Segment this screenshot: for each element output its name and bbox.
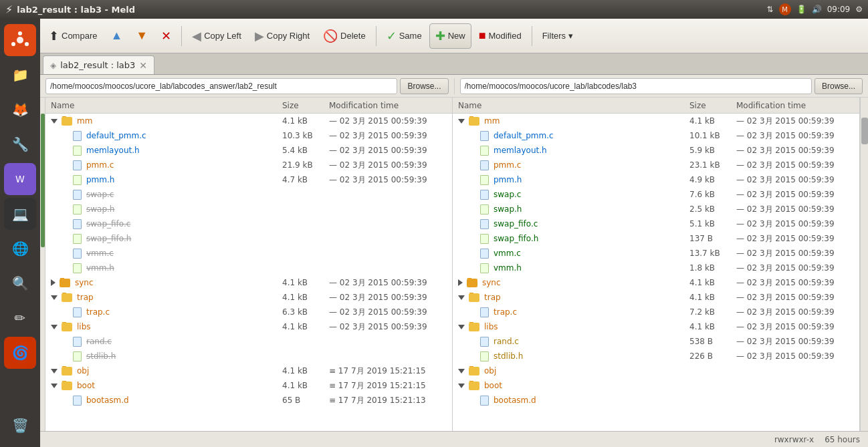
list-item[interactable]: vmm.h: [45, 261, 452, 275]
left-path-input[interactable]: [45, 78, 397, 94]
list-item[interactable]: vmm.c 13.7 kB — 02 3月 2015 00:59:39: [453, 246, 859, 261]
collapse-icon[interactable]: [458, 119, 465, 124]
collapse-icon[interactable]: [51, 325, 58, 329]
file-name-text: boot: [77, 381, 95, 390]
list-item[interactable]: mm 4.1 kB — 02 3月 2015 00:59:39: [45, 114, 452, 128]
collapse-icon[interactable]: [458, 325, 465, 329]
down-button[interactable]: ▼: [130, 23, 154, 49]
file-mtime: — 02 3月 2015 00:59:39: [329, 277, 449, 289]
new-button[interactable]: ✚ New: [429, 23, 471, 49]
right-browse-button[interactable]: Browse...: [815, 78, 863, 94]
list-item[interactable]: swap.c: [45, 187, 452, 202]
list-item[interactable]: bootasm.d: [453, 393, 859, 408]
list-item[interactable]: obj 4.1 kB ≡ 17 7月 2019 15:21:15: [45, 363, 452, 378]
sidebar-files-icon[interactable]: 📁: [4, 59, 36, 91]
right-scroll-thumb[interactable]: [861, 118, 868, 144]
left-file-list[interactable]: mm 4.1 kB — 02 3月 2015 00:59:39 default_…: [45, 114, 452, 431]
list-item[interactable]: trap.c 6.3 kB — 02 3月 2015 00:59:39: [45, 305, 452, 319]
collapse-icon[interactable]: [51, 384, 58, 388]
list-item[interactable]: swap_fifo.h: [45, 231, 452, 246]
collapse-icon[interactable]: [51, 119, 58, 124]
settings-icon: ⚙: [855, 5, 863, 14]
sidebar-search-icon[interactable]: 🔍: [4, 267, 36, 299]
permissions: rwxrwxr-x: [774, 435, 814, 444]
list-item[interactable]: pmm.h 4.9 kB — 02 3月 2015 00:59:39: [453, 172, 859, 187]
list-item[interactable]: swap.h: [45, 202, 452, 216]
copy-left-button[interactable]: ◀ Copy Left: [186, 23, 247, 49]
file-name: obj: [455, 366, 689, 376]
file-size: 137 B: [689, 234, 736, 243]
copy-right-button[interactable]: ▶ Copy Right: [249, 23, 316, 49]
list-item[interactable]: libs 4.1 kB — 02 3月 2015 00:59:39: [453, 319, 859, 334]
file-name-text: swap.h: [86, 204, 114, 214]
list-item[interactable]: boot 4.1 kB ≡ 17 7月 2019 15:21:15: [45, 378, 452, 393]
modified-button[interactable]: ■ Modified: [473, 23, 528, 49]
list-item[interactable]: swap.h 2.5 kB — 02 3月 2015 00:59:39: [453, 202, 859, 216]
content-area: ⬆ Compare ▲ ▼ ✕ ◀ Copy Left ▶ Copy Right: [40, 19, 868, 447]
sidebar-firefox-icon[interactable]: 🦊: [4, 94, 36, 126]
list-item[interactable]: vmm.h 1.8 kB — 02 3月 2015 00:59:39: [453, 261, 859, 275]
tab-close-button[interactable]: ✕: [139, 60, 147, 71]
collapse-icon[interactable]: [51, 295, 58, 300]
left-scroll-indicator: [41, 114, 45, 247]
sidebar-settings-icon[interactable]: 🔧: [4, 128, 36, 160]
list-item[interactable]: mm 4.1 kB — 02 3月 2015 00:59:39: [453, 114, 859, 128]
list-item[interactable]: pmm.h 4.7 kB — 02 3月 2015 00:59:39: [45, 172, 452, 187]
right-file-list[interactable]: mm 4.1 kB — 02 3月 2015 00:59:39 default_…: [453, 114, 859, 431]
delete-button[interactable]: 🚫 Delete: [317, 23, 372, 49]
list-item[interactable]: trap 4.1 kB — 02 3月 2015 00:59:39: [45, 290, 452, 305]
sidebar-ubuntu-icon[interactable]: [4, 24, 36, 56]
tab-lab2-lab3[interactable]: ◈ lab2_result : lab3 ✕: [43, 55, 154, 74]
list-item[interactable]: swap_fifo.c 5.1 kB — 02 3月 2015 00:59:39: [453, 216, 859, 231]
list-item[interactable]: swap_fifo.c: [45, 216, 452, 231]
list-item[interactable]: trap.c 7.2 kB — 02 3月 2015 00:59:39: [453, 305, 859, 319]
sidebar-pencil-icon[interactable]: ✏️: [4, 302, 36, 334]
list-item[interactable]: pmm.c 23.1 kB — 02 3月 2015 00:59:39: [453, 158, 859, 172]
file-name: memlayout.h: [455, 146, 689, 156]
filters-button[interactable]: Filters ▾: [536, 23, 579, 49]
left-browse-button[interactable]: Browse...: [400, 78, 448, 94]
file-name-text: libs: [484, 322, 498, 331]
list-item[interactable]: memlayout.h 5.4 kB — 02 3月 2015 00:59:39: [45, 143, 452, 158]
sidebar-workspace-icon[interactable]: W: [4, 163, 36, 195]
list-item[interactable]: default_pmm.c 10.3 kB — 02 3月 2015 00:59…: [45, 128, 452, 143]
compare-button[interactable]: ⬆ Compare: [43, 23, 103, 49]
list-item[interactable]: boot: [453, 378, 859, 393]
list-item[interactable]: bootasm.d 65 B ≡ 17 7月 2019 15:21:13: [45, 393, 452, 408]
sidebar-terminal-icon[interactable]: 💻: [4, 198, 36, 230]
list-item[interactable]: pmm.c 21.9 kB — 02 3月 2015 00:59:39: [45, 158, 452, 172]
list-item[interactable]: libs 4.1 kB — 02 3月 2015 00:59:39: [45, 319, 452, 334]
up-button[interactable]: ▲: [104, 23, 128, 49]
list-item[interactable]: sync 4.1 kB — 02 3月 2015 00:59:39: [45, 275, 452, 290]
list-item[interactable]: rand.c 538 B — 02 3月 2015 00:59:39: [453, 334, 859, 349]
file-name: boot: [48, 381, 282, 390]
same-button[interactable]: ✓ Same: [381, 23, 428, 49]
collapse-icon[interactable]: [51, 369, 58, 374]
file-name-text: swap.c: [494, 190, 521, 199]
file-name: trap.c: [48, 307, 282, 317]
list-item[interactable]: default_pmm.c 10.1 kB — 02 3月 2015 00:59…: [453, 128, 859, 143]
collapse-icon[interactable]: [458, 384, 465, 388]
list-item[interactable]: swap.c 7.6 kB — 02 3月 2015 00:59:39: [453, 187, 859, 202]
collapse-icon[interactable]: [458, 295, 465, 300]
expand-icon[interactable]: [458, 279, 463, 286]
list-item[interactable]: trap 4.1 kB — 02 3月 2015 00:59:39: [453, 290, 859, 305]
expand-icon[interactable]: [51, 279, 56, 286]
right-path-input[interactable]: [460, 78, 812, 94]
sidebar-spiral-icon[interactable]: 🌀: [4, 337, 36, 369]
list-item[interactable]: memlayout.h 5.9 kB — 02 3月 2015 00:59:39: [453, 143, 859, 158]
list-item[interactable]: stdlib.h: [45, 349, 452, 363]
file-size: 23.1 kB: [689, 160, 736, 170]
stop-button[interactable]: ✕: [155, 23, 177, 49]
right-scrollbar[interactable]: [860, 98, 868, 431]
file-name-text: swap.c: [86, 190, 114, 199]
list-item[interactable]: obj: [453, 363, 859, 378]
list-item[interactable]: stdlib.h 226 B — 02 3月 2015 00:59:39: [453, 349, 859, 363]
collapse-icon[interactable]: [458, 369, 465, 374]
list-item[interactable]: sync 4.1 kB — 02 3月 2015 00:59:39: [453, 275, 859, 290]
list-item[interactable]: swap_fifo.h 137 B — 02 3月 2015 00:59:39: [453, 231, 859, 246]
sidebar-browser-icon[interactable]: 🌐: [4, 233, 36, 265]
sidebar-trash-icon[interactable]: 🗑️: [4, 410, 36, 442]
list-item[interactable]: rand.c: [45, 334, 452, 349]
list-item[interactable]: vmm.c: [45, 246, 452, 261]
